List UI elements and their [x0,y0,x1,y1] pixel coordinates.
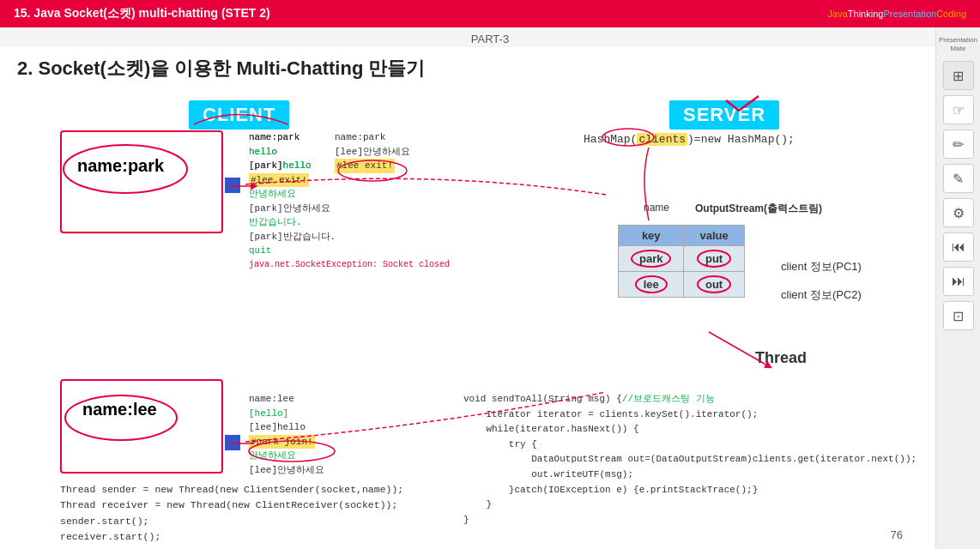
sidebar-btn-grid[interactable]: ⊞ [943,61,974,90]
kv-table: key value park put lee out [618,225,745,298]
outputstream-column-label: OutputStream(출력스트림) [695,202,822,216]
thread-label: Thread [755,349,807,367]
sidebar-btn-grid2[interactable]: ⊡ [943,301,974,330]
connection-indicator-park [225,178,240,193]
client-box-lee: name:lee [60,379,223,474]
code-display-lee: name:lee [hello] [lee]hello #park join! … [249,392,324,477]
oval-lee: lee [635,275,668,293]
page-title: 2. Socket(소켓)을 이용한 Multi-Chatting 만들기 [17,56,963,81]
code-line: name:lee [249,392,324,407]
connection-indicator-lee [225,435,240,450]
oval-put: put [697,250,731,268]
code-line: while(iterator.hasNext()) { [463,422,916,437]
code-display-park-left: name:park hello [park]hello [249,130,312,173]
part-label: PART-3 [0,27,980,47]
header-brand: JavaThinkingPresentationCoding [828,9,966,19]
sidebar: Presentation Mate ⊞ ☞ ✏ ✎ ⚙ ⏮ ⏭ ⊡ [935,27,980,549]
code-line: out.writeUTF(msg); [463,468,916,483]
client-info-pc1: client 정보(PC1) [781,259,862,274]
brand-thinking: Thinking [848,9,884,19]
code-line: } [463,513,916,528]
code-line: 안녕하세요 [249,187,450,202]
name-park: name:park [77,156,164,176]
diagram-area: CLIENT SERVER name:park name:lee name:pa… [17,92,963,512]
sidebar-btn-next[interactable]: ⏭ [943,267,974,296]
code-line: quit [249,244,450,258]
client-box-park: name:park [60,130,223,233]
code-line: }catch(IOException e) {e.printStackTrace… [463,483,916,498]
code-line: hello [249,145,312,160]
main-content: 2. Socket(소켓)을 이용한 Multi-Chatting 만들기 CL… [0,47,980,548]
code-line: Thread receiver = new Thread(new ClientR… [60,498,403,513]
kv-table-header-row: key value [619,226,745,246]
bottom-code-block: Thread sender = new Thread(new ClientSen… [60,482,403,546]
code-line: [lee]안녕하세요 [249,463,324,478]
kv-row-lee: lee out [619,272,745,298]
code-line: sender.start(); [60,514,403,529]
code-line: try { [463,437,916,453]
sidebar-label: Presentation Mate [939,36,977,52]
server-label: SERVER [669,100,779,130]
kv-cell-lee-value: out [684,272,744,298]
name-lee: name:lee [82,400,157,419]
code-line: Iterator iterator = clients.keySet().ite… [463,407,916,423]
sendtoall-code-block: void sendToAll(String msg) {//브로드캐스팅 기능 … [463,392,916,528]
kv-cell-lee-key: lee [619,272,684,298]
code-line: [park]반갑습니다. [249,230,450,244]
oval-out: out [697,275,731,293]
code-line: name:park [335,130,410,145]
code-highlight-line: #lee exit! [249,173,309,188]
brand-presentation: Presentation [883,9,936,19]
brand-java: Java [828,9,848,19]
code-line: DataOutputStream out=(DataOutputStream)c… [463,452,916,468]
kv-row-park: park put [619,246,745,272]
hashmap-text: HashMap(clients)=new HashMap(); [584,133,795,146]
code-line: receiver.start(); [60,529,403,545]
code-line: [hello] [249,407,324,421]
code-line: [lee]안녕하세요 [335,145,410,160]
code-line: 안녕하세요 [249,449,324,463]
code-line: void sendToAll(String msg) {//브로드캐스팅 기능 [463,392,916,407]
code-line: [park]안녕하세요 [249,202,450,216]
header-title: 15. Java Socket(소켓) multi-chatting (STET… [14,6,270,21]
header: 15. Java Socket(소켓) multi-chatting (STET… [0,0,980,27]
code-display-park-right: name:park [lee]안녕하세요 #lee exit! [335,130,410,173]
code-line: Thread sender = new Thread(new ClientSen… [60,482,403,498]
code-line: [lee]hello [249,420,324,435]
code-exception-line: java.net.SocketException: Socket closed [249,258,450,271]
kv-cell-park-value: put [684,246,744,272]
sidebar-btn-pen2[interactable]: ✎ [943,164,974,193]
sidebar-btn-pen1[interactable]: ✏ [943,130,974,159]
client-info-pc2: client 정보(PC2) [781,287,862,303]
kv-header-key: key [619,226,684,246]
kv-cell-park-key: park [619,246,684,272]
name-column-label: name [644,202,669,214]
kv-header-value: value [684,226,744,246]
code-line: [park]hello [249,159,312,173]
code-line: name:park [249,130,312,145]
sidebar-btn-prev[interactable]: ⏮ [943,232,974,262]
client-label: CLIENT [189,100,289,130]
code-highlight-join: #park join! [249,435,315,449]
brand-coding: Coding [936,9,966,19]
code-line: 반갑습니다. [249,215,450,230]
sidebar-btn-pointer[interactable]: ☞ [943,95,974,124]
code-line: } [463,498,916,513]
page-number: 76 [891,528,903,541]
code-highlight: #lee exit! [335,159,395,173]
oval-park: park [631,250,671,268]
sidebar-btn-settings[interactable]: ⚙ [943,198,974,227]
